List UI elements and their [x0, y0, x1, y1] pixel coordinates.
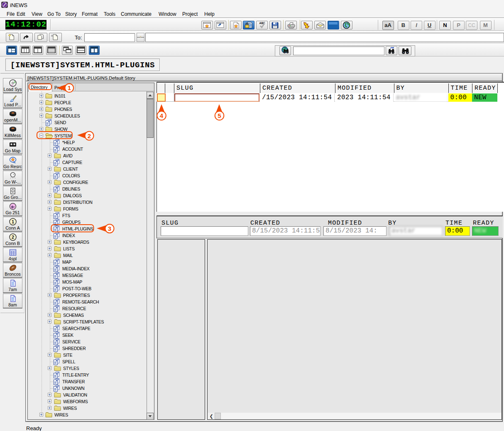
svg-text:1: 1 [11, 219, 14, 224]
svg-text:2: 2 [11, 235, 14, 240]
